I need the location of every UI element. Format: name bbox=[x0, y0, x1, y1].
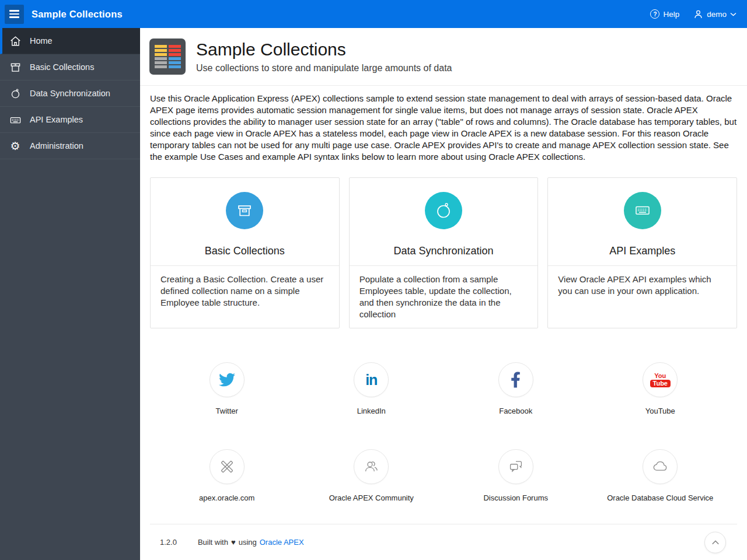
scroll-to-top-button[interactable] bbox=[704, 531, 726, 553]
oracle-apex-link[interactable]: Oracle APEX bbox=[260, 538, 304, 547]
chevron-up-icon bbox=[711, 540, 720, 545]
social-links-row: Twitter in LinkedIn Facebook bbox=[155, 362, 732, 415]
hamburger-menu-button[interactable] bbox=[5, 5, 24, 24]
link-apex-oracle-com[interactable]: apex.oracle.com bbox=[155, 449, 299, 502]
box-icon bbox=[226, 192, 263, 229]
user-icon bbox=[693, 9, 703, 19]
sidebar-item-data-synchronization[interactable]: Data Synchronization bbox=[0, 80, 140, 107]
sidebar-item-label: Data Synchronization bbox=[30, 89, 110, 98]
card-description: View Oracle APEX API examples which you … bbox=[548, 266, 736, 320]
link-label: apex.oracle.com bbox=[199, 494, 254, 502]
twitter-icon bbox=[210, 362, 245, 397]
link-twitter[interactable]: Twitter bbox=[155, 362, 299, 415]
link-label: LinkedIn bbox=[357, 407, 386, 415]
page-subtitle: Use collections to store and manipulate … bbox=[196, 63, 452, 74]
sidebar-item-api-examples[interactable]: API Examples bbox=[0, 107, 140, 133]
cards-row: Basic Collections Creating a Basic Colle… bbox=[150, 177, 737, 328]
home-icon bbox=[8, 35, 22, 47]
sidebar-item-label: API Examples bbox=[30, 115, 83, 124]
card-data-synchronization[interactable]: Data Synchronization Populate a collecti… bbox=[349, 177, 539, 328]
chat-bubbles-icon bbox=[498, 449, 533, 484]
link-label: Discussion Forums bbox=[483, 494, 548, 502]
intro-text: Use this Oracle Application Express (APE… bbox=[150, 93, 737, 163]
content-body: Use this Oracle Application Express (APE… bbox=[140, 86, 747, 560]
sidebar-item-administration[interactable]: ⚙ Administration bbox=[0, 133, 140, 159]
linkedin-icon: in bbox=[354, 362, 389, 397]
design-tools-icon bbox=[210, 449, 245, 484]
user-menu[interactable]: demo bbox=[693, 9, 736, 19]
people-icon bbox=[354, 449, 389, 484]
footer: 1.2.0 Built with ♥ using Oracle APEX bbox=[150, 524, 737, 560]
link-apex-community[interactable]: Oracle APEX Community bbox=[299, 449, 444, 502]
link-discussion-forums[interactable]: Discussion Forums bbox=[444, 449, 588, 502]
timer-icon bbox=[8, 88, 22, 100]
card-title: Basic Collections bbox=[205, 245, 285, 257]
sidebar-item-label: Basic Collections bbox=[30, 62, 94, 72]
youtube-icon: You Tube bbox=[643, 362, 678, 397]
archive-box-icon bbox=[8, 61, 22, 74]
card-api-examples[interactable]: API Examples View Oracle APEX API exampl… bbox=[547, 177, 737, 328]
chevron-down-icon bbox=[730, 12, 736, 16]
app-title: Sample Collections bbox=[32, 9, 123, 20]
page-header: Sample Collections Use collections to st… bbox=[140, 28, 747, 86]
app-logo-icon bbox=[149, 38, 186, 75]
resource-links-row: apex.oracle.com Oracle APEX Community bbox=[155, 449, 732, 502]
topbar: Sample Collections ? Help demo bbox=[0, 0, 747, 28]
link-label: Twitter bbox=[216, 407, 238, 415]
help-menu[interactable]: ? Help bbox=[650, 9, 679, 19]
keyboard-icon bbox=[624, 192, 661, 229]
sidebar-item-label: Administration bbox=[30, 141, 83, 150]
sidebar: Home Basic Collections Data Synchronizat… bbox=[0, 28, 140, 560]
user-name: demo bbox=[707, 10, 727, 19]
card-title: API Examples bbox=[609, 245, 675, 257]
main-content: Sample Collections Use collections to st… bbox=[140, 28, 747, 560]
card-description: Creating a Basic Collection. Create a us… bbox=[151, 266, 339, 320]
page-title: Sample Collections bbox=[196, 40, 452, 60]
help-icon: ? bbox=[650, 9, 659, 19]
timer-icon bbox=[425, 192, 462, 229]
link-label: Oracle APEX Community bbox=[329, 494, 414, 502]
link-linkedin[interactable]: in LinkedIn bbox=[299, 362, 444, 415]
page-header-text: Sample Collections Use collections to st… bbox=[196, 40, 452, 74]
link-label: Oracle Database Cloud Service bbox=[607, 494, 713, 502]
hamburger-icon bbox=[9, 10, 19, 11]
heart-icon: ♥ bbox=[231, 538, 236, 547]
sidebar-item-home[interactable]: Home bbox=[0, 28, 140, 54]
link-facebook[interactable]: Facebook bbox=[444, 362, 588, 415]
link-label: Facebook bbox=[499, 407, 532, 415]
help-label: Help bbox=[663, 10, 679, 19]
topbar-actions: ? Help demo bbox=[650, 9, 736, 19]
link-database-cloud-service[interactable]: Oracle Database Cloud Service bbox=[588, 449, 733, 502]
sidebar-item-label: Home bbox=[30, 36, 53, 46]
facebook-icon bbox=[498, 362, 533, 397]
card-description: Populate a collection from a sample Empl… bbox=[350, 266, 538, 328]
cloud-icon bbox=[643, 449, 678, 484]
card-title: Data Synchronization bbox=[393, 245, 493, 257]
keyboard-icon bbox=[8, 114, 22, 126]
sidebar-item-basic-collections[interactable]: Basic Collections bbox=[0, 54, 140, 80]
app-version: 1.2.0 bbox=[160, 538, 177, 547]
link-label: YouTube bbox=[645, 407, 675, 415]
link-youtube[interactable]: You Tube YouTube bbox=[588, 362, 733, 415]
card-basic-collections[interactable]: Basic Collections Creating a Basic Colle… bbox=[150, 177, 340, 328]
gear-icon: ⚙ bbox=[8, 141, 22, 152]
built-with-text: Built with ♥ using Oracle APEX bbox=[198, 538, 304, 547]
